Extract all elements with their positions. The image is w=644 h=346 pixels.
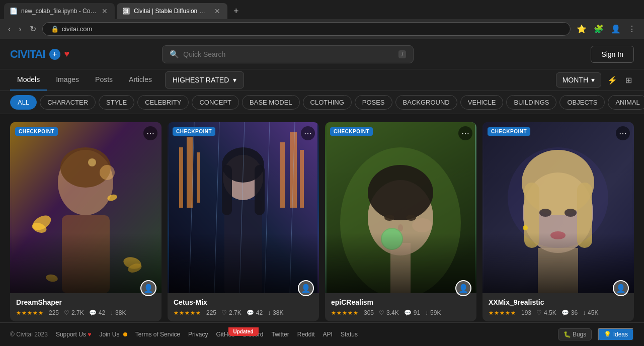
filter-icon-button[interactable]: ⚡ (605, 73, 619, 87)
card-avatar-4: 👤 (613, 280, 629, 296)
logo-text[interactable]: CIVITAI (10, 48, 45, 61)
browser-chrome: 📄 new_colab_file.ipynb - Collabora... ✕ … (0, 0, 644, 39)
cat-poses[interactable]: POSES (355, 95, 392, 110)
downloads-2: ↓38K (268, 309, 283, 316)
cat-animal[interactable]: ANIMAL (608, 95, 644, 110)
card-image-4 (482, 122, 634, 293)
model-card-xxmix[interactable]: CHECKPOINT ⋯ 👤 XXMix_9realistic ★★★★★ 19… (482, 122, 634, 321)
join-us-link[interactable]: Join Us (99, 331, 127, 338)
likes-3: ♡3.4K (379, 309, 399, 316)
extensions-button[interactable]: 🧩 (592, 22, 606, 36)
tab-2-title: Civitai | Stable Diffusion models... (134, 8, 209, 15)
search-bar[interactable]: 🔍 / (162, 45, 414, 63)
model-card-cetus-mix[interactable]: CHECKPOINT ⋯ 👤 Cetus-Mix ★★★★★ 225 ♡2.7K… (168, 122, 319, 321)
model-card-dreamshaper[interactable]: CHECKPOINT ⋯ 👤 DreamShaper ★★★★★ 225 ♡2.… (10, 122, 162, 321)
reload-button[interactable]: ↻ (28, 22, 38, 36)
rating-count-3: 305 (364, 309, 374, 316)
grid-view-button[interactable]: ⊞ (623, 73, 634, 87)
card-badge-4: CHECKPOINT (488, 127, 530, 136)
chevron-down-icon: ▾ (233, 76, 236, 84)
category-bar: ALL CHARACTER STYLE CELEBRITY CONCEPT BA… (0, 91, 644, 114)
stars-2: ★★★★★ (174, 310, 201, 316)
address-bar[interactable]: 🔒 civitai.com (42, 22, 571, 36)
lock-icon: 🔒 (51, 25, 59, 33)
tab-posts[interactable]: Posts (88, 69, 120, 91)
forward-button[interactable]: › (17, 23, 23, 36)
comments-4: 💬36 (561, 309, 578, 316)
status-link[interactable]: Status (341, 331, 358, 338)
model-card-epicrealism[interactable]: CHECKPOINT ⋯ 👤 epiCRealism ★★★★★ 305 ♡3.… (325, 122, 476, 321)
svg-rect-16 (222, 165, 232, 215)
tab-articles[interactable]: Articles (122, 69, 159, 91)
tab-2[interactable]: 🖼 Civitai | Stable Diffusion models... ✕ (117, 3, 227, 19)
svg-point-10 (100, 165, 115, 180)
profile-button[interactable]: 👤 (609, 22, 623, 36)
cat-all[interactable]: ALL (10, 95, 37, 110)
back-button[interactable]: ‹ (6, 23, 13, 36)
cat-base-model[interactable]: BASE MODEL (242, 95, 300, 110)
privacy-link[interactable]: Privacy (188, 331, 208, 338)
rating-count-1: 225 (49, 309, 59, 316)
bugs-button[interactable]: 🐛 Bugs (558, 328, 592, 340)
card-info-2: Cetus-Mix ★★★★★ 225 ♡2.7K 💬42 ↓38K (168, 293, 319, 321)
svg-point-11 (88, 158, 96, 166)
search-input[interactable] (183, 50, 394, 58)
cat-objects[interactable]: OBJECTS (559, 95, 605, 110)
card-stats-4: ★★★★★ 193 ♡4.5K 💬36 ↓45K (489, 309, 628, 316)
cat-celebrity[interactable]: CELEBRITY (137, 95, 189, 110)
card-menu-4[interactable]: ⋯ (616, 126, 630, 140)
card-badge-3: CHECKPOINT (330, 127, 373, 136)
cat-style[interactable]: STYLE (99, 95, 134, 110)
card-title-1: DreamShaper (16, 298, 155, 306)
cat-concept[interactable]: CONCEPT (192, 95, 239, 110)
more-button[interactable]: ⋮ (626, 22, 638, 36)
twitter-link[interactable]: Twitter (272, 331, 289, 338)
tab-1-title: new_colab_file.ipynb - Collabora... (21, 8, 97, 15)
filter-sort-button[interactable]: HIGHEST RATED ▾ (165, 71, 244, 89)
bookmark-button[interactable]: ⭐ (575, 22, 589, 36)
likes-1: ♡2.7K (64, 309, 84, 316)
sign-in-button[interactable]: Sign In (591, 46, 634, 63)
month-select[interactable]: MONTH ▾ (556, 72, 601, 88)
card-stats-3: ★★★★★ 305 ♡3.4K 💬91 ↓59K (331, 309, 470, 316)
card-info-3: epiCRealism ★★★★★ 305 ♡3.4K 💬91 ↓59K (325, 293, 476, 321)
copyright: © Civitai 2023 (10, 331, 48, 338)
search-shortcut: / (398, 50, 406, 58)
address-bar-row: ‹ › ↻ 🔒 civitai.com ⭐ 🧩 👤 ⋮ (0, 19, 644, 39)
card-menu-3[interactable]: ⋯ (458, 126, 472, 140)
card-title-2: Cetus-Mix (174, 298, 313, 306)
cat-character[interactable]: CHARACTER (40, 95, 96, 110)
downloads-1: ↓38K (110, 309, 126, 316)
support-us-link[interactable]: Support Us ♥ (56, 331, 92, 338)
stars-1: ★★★★★ (16, 310, 44, 316)
tab-models[interactable]: Models (10, 69, 47, 91)
cat-buildings[interactable]: BUILDINGS (506, 95, 556, 110)
card-menu-1[interactable]: ⋯ (143, 126, 157, 140)
reddit-link[interactable]: Reddit (297, 331, 315, 338)
browser-actions: ⭐ 🧩 👤 ⋮ (575, 22, 638, 36)
cat-clothing[interactable]: CLOTHING (303, 95, 352, 110)
footer-right: 🐛 Bugs 💡 Ideas (558, 328, 634, 341)
cat-background[interactable]: BACKGROUND (395, 95, 457, 110)
tab-2-close[interactable]: ✕ (213, 6, 221, 16)
card-avatar-3: 👤 (455, 280, 471, 296)
likes-2: ♡2.7K (221, 309, 242, 316)
tab-bar: 📄 new_colab_file.ipynb - Collabora... ✕ … (0, 0, 644, 19)
logo-plus-button[interactable]: + (49, 49, 60, 60)
tab-1-close[interactable]: ✕ (101, 6, 109, 16)
svg-point-34 (384, 215, 394, 221)
cat-vehicle[interactable]: VEHICLE (460, 95, 504, 110)
new-tab-button[interactable]: + (229, 4, 243, 19)
card-info-1: DreamShaper ★★★★★ 225 ♡2.7K 💬42 ↓38K (10, 293, 162, 321)
tab-images[interactable]: Images (49, 69, 86, 91)
stars-3: ★★★★★ (331, 310, 359, 316)
logo-heart-icon[interactable]: ♥ (64, 49, 70, 59)
tos-link[interactable]: Terms of Service (135, 331, 180, 338)
card-overlay-1 (10, 233, 162, 293)
svg-point-33 (368, 165, 433, 220)
card-title-3: epiCRealism (331, 298, 470, 306)
tab-1[interactable]: 📄 new_colab_file.ipynb - Collabora... ✕ (4, 3, 115, 19)
card-menu-2[interactable]: ⋯ (301, 126, 315, 140)
api-link[interactable]: API (323, 331, 333, 338)
ideas-button[interactable]: 💡 Ideas (598, 328, 634, 341)
